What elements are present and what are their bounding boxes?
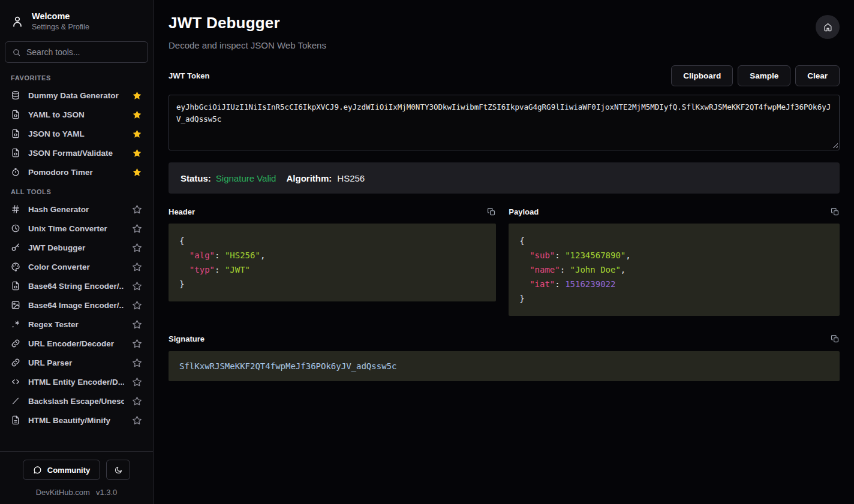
copy-icon [831,334,840,343]
app-version: DevKitHub.com v1.3.0 [0,488,153,497]
home-button[interactable] [816,15,840,39]
star-outline-icon[interactable] [132,281,142,291]
jwt-token-input[interactable]: eyJhbGciOiJIUzI1NiIsInR5cCI6IkpXVCJ9.eyJ… [169,95,840,150]
sidebar-item-label: Hash Generator [28,205,124,214]
status-bar: Status: Signature Valid Algorithm: HS256 [169,162,840,194]
sidebar-item-label: URL Encoder/Decoder [28,339,124,348]
page-title: JWT Debugger [169,14,326,32]
star-outline-icon[interactable] [132,396,142,406]
sidebar-item-regex-tester[interactable]: Regex Tester [5,315,148,334]
sidebar-item-base64-image-encoder[interactable]: Base64 Image Encoder/... [5,295,148,315]
sidebar-footer: Community DevKitHub.com v1.3.0 [0,451,153,504]
sidebar-item-backslash-escape-unesc[interactable]: Backslash Escape/Unesc... [5,391,148,411]
sidebar-item-label: HTML Entity Encoder/D... [28,378,124,387]
sidebar-item-jwt-debugger[interactable]: JWT Debugger [5,238,148,257]
file-code-icon [11,129,20,138]
sidebar-item-url-parser[interactable]: URL Parser [5,353,148,372]
sidebar-section-label: FAVORITES [5,68,148,86]
file-code-icon [11,148,20,158]
copy-signature-button[interactable] [831,334,840,343]
star-outline-icon[interactable] [132,262,142,272]
page-subtitle: Decode and inspect JSON Web Tokens [169,40,326,50]
sidebar-item-label: Dummy Data Generator [28,91,124,100]
copy-icon [487,207,496,216]
star-outline-icon[interactable] [132,243,142,253]
sidebar-item-unix-time-converter[interactable]: Unix Time Converter [5,219,148,238]
sidebar-item-label: Color Converter [28,262,124,271]
star-outline-icon[interactable] [132,339,142,349]
sidebar-item-pomodoro-timer[interactable]: Pomodoro Timer [5,162,148,182]
file-code-icon [11,281,20,291]
algorithm-label: Algorithm: [286,173,332,183]
clipboard-button[interactable]: Clipboard [671,65,733,86]
sidebar-item-hash-generator[interactable]: Hash Generator [5,200,148,219]
star-outline-icon[interactable] [132,358,142,368]
star-outline-icon[interactable] [132,204,142,215]
hash-icon [11,204,20,214]
copy-payload-button[interactable] [831,207,840,216]
profile-settings-button[interactable]: Welcome Settings & Profile [0,0,153,39]
sidebar-item-dummy-data-generator[interactable]: Dummy Data Generator [5,86,148,105]
sidebar-nav: FAVORITESDummy Data GeneratorYAML to JSO… [0,68,153,451]
sidebar-item-url-encoder-decoder[interactable]: URL Encoder/Decoder [5,334,148,353]
star-outline-icon[interactable] [132,415,142,425]
jwt-token-label: JWT Token [169,71,209,80]
document-icon [11,415,20,425]
sidebar-item-base64-string-encoder[interactable]: Base64 String Encoder/... [5,276,148,295]
image-icon [11,300,20,310]
sidebar-item-html-beautify-minify[interactable]: HTML Beautify/Minify [5,411,148,430]
star-filled-icon[interactable] [132,129,142,139]
copy-icon [831,207,840,216]
database-icon [11,90,20,100]
file-code-icon [11,110,20,119]
version-number: v1.3.0 [96,488,117,497]
main-content: JWT Debugger Decode and inspect JSON Web… [154,0,854,381]
site-name: DevKitHub.com [36,488,90,497]
sidebar: Welcome Settings & Profile FAVORITESDumm… [0,0,154,504]
star-filled-icon[interactable] [132,110,142,120]
star-outline-icon[interactable] [132,224,142,234]
star-filled-icon[interactable] [132,167,142,177]
header-json-code: { "alg": "HS256", "typ": "JWT"} [169,224,496,301]
status-label: Status: [181,173,211,183]
sidebar-item-label: JSON Format/Validate [28,149,124,158]
sidebar-item-yaml-to-json[interactable]: YAML to JSON [5,105,148,124]
sidebar-item-json-to-yaml[interactable]: JSON to YAML [5,124,148,143]
theme-toggle-button[interactable] [106,460,130,480]
star-filled-icon[interactable] [132,148,142,158]
star-filled-icon[interactable] [132,90,142,101]
palette-icon [11,262,20,271]
home-icon [823,22,833,32]
link-icon [11,358,20,367]
sidebar-item-label: HTML Beautify/Minify [28,416,124,425]
sample-button[interactable]: Sample [738,65,790,86]
sidebar-item-html-entity-encoder-d[interactable]: HTML Entity Encoder/D... [5,372,148,391]
sidebar-welcome-title: Welcome [32,11,89,21]
star-outline-icon[interactable] [132,377,142,387]
sidebar-item-label: Base64 Image Encoder/... [28,301,124,310]
community-button[interactable]: Community [23,460,101,480]
timer-icon [11,167,20,177]
search-icon [12,48,21,57]
header-panel: Header { "alg": "HS256", "typ": "JWT"} [169,207,496,301]
slash-icon [11,396,20,406]
user-icon [11,15,24,28]
sidebar-item-color-converter[interactable]: Color Converter [5,257,148,276]
sidebar-item-label: Base64 String Encoder/... [28,282,124,291]
star-outline-icon[interactable] [132,319,142,330]
star-outline-icon[interactable] [132,300,142,310]
sidebar-settings-subtitle: Settings & Profile [32,23,89,31]
link-icon [11,339,20,348]
copy-header-button[interactable] [487,207,496,216]
sidebar-item-json-format-validate[interactable]: JSON Format/Validate [5,143,148,162]
signature-panel-title: Signature [169,334,205,343]
search-box [5,41,148,63]
clear-button[interactable]: Clear [795,65,840,86]
moon-icon [114,466,123,475]
community-label: Community [47,466,91,475]
regex-icon [11,319,20,329]
sidebar-item-label: Pomodoro Timer [28,168,124,177]
payload-panel-title: Payload [509,207,539,216]
search-input[interactable] [26,47,141,57]
algorithm-value: HS256 [337,173,365,183]
